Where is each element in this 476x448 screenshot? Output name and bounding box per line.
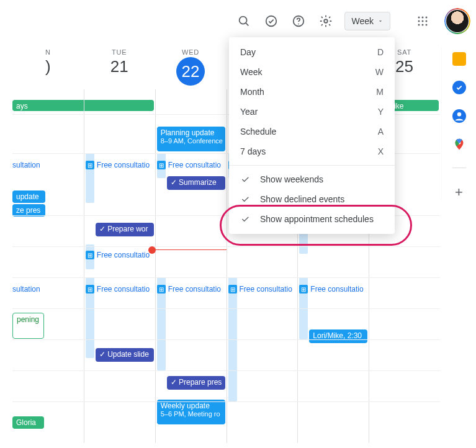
slot-label: Free consultatio xyxy=(310,285,363,293)
event-block[interactable]: pening xyxy=(12,313,44,339)
dropdown-shortcut: Y xyxy=(378,107,384,117)
dropdown-separator xyxy=(229,165,395,166)
view-switcher-label: Week xyxy=(351,16,374,26)
settings-gear-icon[interactable] xyxy=(313,9,338,34)
event-subtitle: 5–6 PM, Meeting ro xyxy=(161,410,222,418)
svg-point-9 xyxy=(418,20,420,22)
event-title: Prepare wor xyxy=(107,225,148,233)
dropdown-item-label: 7 days xyxy=(240,146,266,156)
toggle-label: Show weekends xyxy=(260,174,323,184)
event-block[interactable]: Planning update 8–9 AM, Conference xyxy=(157,127,225,151)
check-icon xyxy=(240,194,250,204)
appointment-slot[interactable]: ⊞ Free consultatio xyxy=(86,251,150,259)
event-block[interactable]: ✓ Update slide xyxy=(96,348,154,362)
day-column[interactable]: ays sultation update ze pres sultation p… xyxy=(12,89,84,443)
dropdown-item-week[interactable]: Week W xyxy=(229,62,395,82)
appointment-slot[interactable]: ⊞ Free consultatio xyxy=(86,285,150,293)
check-icon xyxy=(240,214,250,224)
schedule-icon: ⊞ xyxy=(228,285,237,293)
svg-point-4 xyxy=(299,24,300,25)
slot-label: Free consultatio xyxy=(97,251,150,259)
day-header[interactable]: TUE 21 xyxy=(84,48,155,89)
search-icon[interactable] xyxy=(231,9,256,34)
help-icon[interactable] xyxy=(286,9,311,34)
dropdown-item-schedule[interactable]: Schedule A xyxy=(229,122,395,141)
slot-label: sultation xyxy=(12,161,40,169)
side-app-keep[interactable] xyxy=(452,52,466,66)
slot-label: Free consultatio xyxy=(97,161,150,169)
dropdown-shortcut: A xyxy=(378,127,384,137)
dropdown-item-label: Week xyxy=(240,67,263,77)
event-title: update xyxy=(16,192,39,201)
svg-point-13 xyxy=(422,24,424,26)
event-block[interactable]: ✓ Prepare wor xyxy=(96,223,154,236)
event-time: 2:30 xyxy=(348,331,362,340)
dropdown-item-7days[interactable]: 7 days X xyxy=(229,141,395,161)
day-column[interactable]: ⊞ Free consultatio ✓ Prepare wor ⊞ Free … xyxy=(84,89,155,443)
schedule-icon: ⊞ xyxy=(157,285,166,293)
event-title: Prepare pres xyxy=(179,378,222,387)
event-title: pening xyxy=(17,315,39,324)
toggle-show-appointment-schedules[interactable]: Show appointment schedules xyxy=(229,209,395,229)
side-app-tasks[interactable] xyxy=(452,81,466,94)
task-icon[interactable] xyxy=(259,9,284,34)
dropdown-shortcut: W xyxy=(375,67,384,77)
view-switcher[interactable]: Week xyxy=(344,12,390,30)
side-divider xyxy=(452,168,466,168)
day-header[interactable]: N ) xyxy=(12,48,84,89)
event-block[interactable]: update xyxy=(12,190,45,203)
toggle-label: Show declined events xyxy=(260,194,344,204)
svg-point-11 xyxy=(426,20,428,22)
day-column[interactable]: Planning update 8–9 AM, Conference ⊞ Fre… xyxy=(155,89,227,443)
side-panel: + xyxy=(441,46,476,200)
dropdown-item-label: Schedule xyxy=(240,127,276,137)
event-title: Weekly update xyxy=(161,401,222,410)
event-block[interactable]: Weekly update 5–6 PM, Meeting ro xyxy=(157,400,225,424)
slot-label: sultation xyxy=(12,285,40,293)
schedule-icon: ⊞ xyxy=(299,285,308,293)
event-block[interactable]: Gloria xyxy=(12,416,44,429)
svg-point-2 xyxy=(266,16,277,27)
event-title: ays xyxy=(16,102,28,110)
event-block[interactable]: ze pres xyxy=(12,204,45,217)
view-dropdown: Day D Week W Month M Year Y Schedule A 7… xyxy=(229,37,395,234)
schedule-icon: ⊞ xyxy=(86,285,94,293)
dropdown-shortcut: M xyxy=(376,87,384,97)
event-block[interactable]: Lori/Mike, 2:30 xyxy=(309,329,367,343)
event-title: Gloria xyxy=(16,418,36,427)
google-apps-icon[interactable] xyxy=(410,9,435,34)
appointment-slot[interactable]: sultation xyxy=(12,285,40,293)
slot-label: Free consultatio xyxy=(240,285,292,293)
svg-point-12 xyxy=(418,24,420,26)
toggle-show-weekends[interactable]: Show weekends xyxy=(229,169,395,189)
account-avatar[interactable] xyxy=(446,10,469,32)
appointment-slot[interactable]: ⊞ Free consultatio xyxy=(86,161,150,169)
side-app-contacts[interactable] xyxy=(452,109,466,123)
dropdown-item-label: Day xyxy=(240,47,256,57)
dropdown-item-year[interactable]: Year Y xyxy=(229,102,395,122)
day-header[interactable]: WED 22 xyxy=(155,48,227,89)
slot-label: Free consultatio xyxy=(168,285,221,293)
dropdown-shortcut: X xyxy=(378,146,384,156)
dropdown-item-day[interactable]: Day D xyxy=(229,42,395,62)
appointment-slot[interactable]: ⊞ Free consultatio xyxy=(228,285,292,293)
appointment-slot[interactable]: ⊞ Free consultatio xyxy=(157,285,221,293)
event-block[interactable]: ✓ Prepare pres xyxy=(167,376,225,390)
event-title: Lori/Mike xyxy=(313,331,343,340)
appointment-slot[interactable]: ⊞ Free consultatio xyxy=(157,161,221,169)
event-title: Update slide xyxy=(107,350,149,359)
svg-point-10 xyxy=(422,20,424,22)
schedule-icon: ⊞ xyxy=(157,161,166,169)
now-indicator xyxy=(152,249,227,250)
event-subtitle: 8–9 AM, Conference xyxy=(161,137,222,145)
svg-point-0 xyxy=(240,17,247,24)
svg-point-15 xyxy=(457,112,460,116)
svg-point-14 xyxy=(426,24,428,26)
side-add-addon[interactable]: + xyxy=(455,184,463,200)
side-app-maps[interactable] xyxy=(452,138,466,151)
toggle-show-declined[interactable]: Show declined events xyxy=(229,189,395,209)
dropdown-item-month[interactable]: Month M xyxy=(229,82,395,102)
appointment-slot[interactable]: ⊞ Free consultatio xyxy=(299,285,363,293)
appointment-slot[interactable]: sultation xyxy=(12,161,40,169)
event-block[interactable]: ✓ Summarize xyxy=(167,176,225,190)
